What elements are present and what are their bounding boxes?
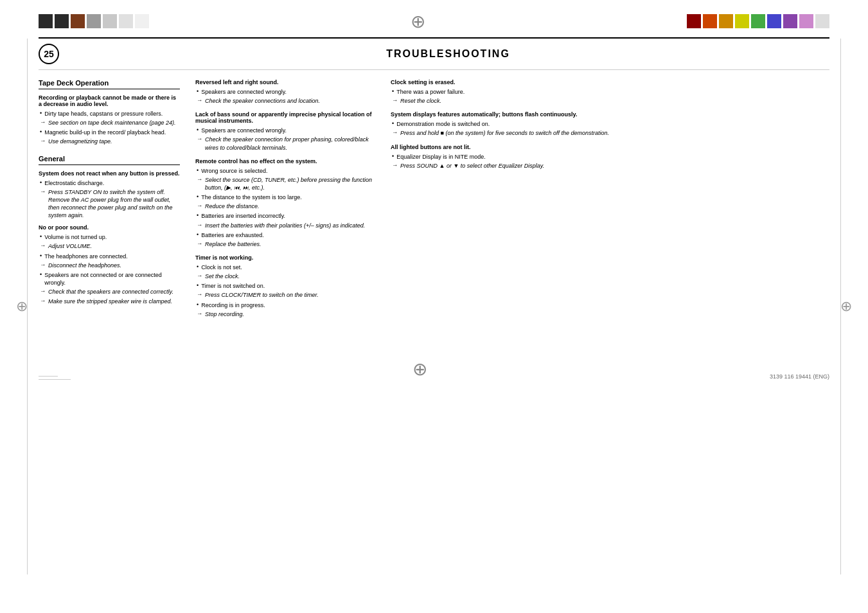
arrow-reset-clock: → Reset the clock.: [391, 97, 829, 105]
bullet-batteries-incorrect: • Batteries are inserted incorrectly.: [195, 212, 375, 220]
bullet-clock-not-set: • Clock is not set.: [195, 263, 375, 271]
bullet-electrostatic: • Electrostatic discharge.: [39, 179, 180, 187]
bullet-magnetic: • Magnetic build-up in the record/ playb…: [39, 129, 180, 136]
column-left: Tape Deck Operation Recording or playbac…: [39, 79, 180, 320]
bullet-volume: • Volume is not turned up.: [39, 233, 180, 241]
bullet-dirty-tape: • Dirty tape heads, capstans or pressure…: [39, 110, 180, 118]
strip-r5: [751, 14, 765, 28]
side-crosshair-right: ⊕: [840, 298, 852, 315]
bullet-recording: • Recording is in progress.: [195, 301, 375, 309]
strip-block-3: [71, 14, 85, 28]
bullet-headphones: • The headphones are connected.: [39, 253, 180, 260]
title-area: 25 TROUBLESHOOTING: [39, 37, 829, 70]
strip-r6: [767, 14, 781, 28]
arrow-demo-off: → Press and hold ■ (on the system) for f…: [391, 129, 829, 137]
arrow-clock-timer: → Press CLOCK/TIMER to switch on the tim…: [195, 291, 375, 299]
page-title: TROUBLESHOOTING: [67, 48, 829, 60]
top-bar: [0, 0, 868, 37]
bullet-nite-mode: • Equalizer Display is in NITE mode.: [391, 153, 829, 161]
arrow-standby: → Press STANDBY ON to switch the system …: [39, 188, 180, 220]
bullet-demo-on: • Demonstration mode is switched on.: [391, 120, 829, 128]
strip-r9: [815, 14, 829, 28]
bullet-speakers-wrongly: • Speakers are connected wrongly.: [195, 88, 375, 96]
strip-r1: [687, 14, 701, 28]
side-crosshair-left: ⊕: [16, 298, 28, 315]
arrow-check-phasing: → Check the speaker connection for prope…: [195, 136, 375, 151]
arrow-reduce-distance: → Reduce the distance.: [195, 202, 375, 210]
bottom-crosshair: ⊕: [412, 359, 427, 380]
bullet-batteries-exhausted: • Batteries are exhausted.: [195, 231, 375, 239]
main-content: 25 TROUBLESHOOTING Tape Deck Operation R…: [0, 37, 868, 333]
strip-block-7: [135, 14, 149, 28]
color-strip-right: [687, 14, 829, 28]
columns-container: Tape Deck Operation Recording or playbac…: [39, 79, 829, 320]
subhead-lack-bass: Lack of bass sound or apparently impreci…: [195, 111, 375, 124]
arrow-check-connection: → Check the speaker connections and loca…: [195, 97, 375, 105]
arrow-stop-recording: → Stop recording.: [195, 310, 375, 318]
arrow-tape-maintenance: → See section on tape deck maintenance (…: [39, 119, 180, 127]
section-general: General: [39, 155, 180, 165]
strip-block-1: [39, 14, 53, 28]
arrow-battery-polarity: → Insert the batteries with their polari…: [195, 222, 375, 229]
arrow-stripped-wire: → Make sure the stripped speaker wire is…: [39, 298, 180, 305]
bullet-speakers-wrong2: • Speakers are connected wrongly.: [195, 127, 375, 134]
page-number-badge: 25: [39, 44, 59, 64]
subhead-timer: Timer is not working.: [195, 254, 375, 261]
bullet-timer-not-on: • Timer is not switched on.: [195, 282, 375, 290]
subhead-recording: Recording or playback cannot be made or …: [39, 94, 180, 107]
arrow-disconnect-hp: → Disconnect the headphones.: [39, 262, 180, 269]
subhead-demo-mode: System displays features automatically; …: [391, 111, 829, 118]
bottom-area: ⊕ 3139 116 19441 (ENG): [0, 346, 868, 393]
column-middle: Reversed left and right sound. • Speaker…: [195, 79, 375, 320]
bullet-speakers-wrong: • Speakers are not connected or are conn…: [39, 271, 180, 287]
arrow-demagnetize: → Use demagnetizing tape.: [39, 138, 180, 145]
subhead-no-sound: No or poor sound.: [39, 224, 180, 231]
subhead-not-lit: All lighted buttons are not lit.: [391, 144, 829, 150]
arrow-set-clock: → Set the clock.: [195, 272, 375, 280]
arrow-volume: → Adjust VOLUME.: [39, 242, 180, 250]
subhead-reversed: Reversed left and right sound.: [195, 79, 375, 85]
top-crosshair: [409, 12, 428, 31]
arrow-select-source: → Select the source (CD, TUNER, etc.) be…: [195, 176, 375, 191]
arrow-check-speakers: → Check that the speakers are connected …: [39, 288, 180, 296]
strip-block-4: [87, 14, 101, 28]
bullet-distance: • The distance to the system is too larg…: [195, 193, 375, 201]
subhead-no-react: System does not react when any button is…: [39, 170, 180, 177]
subhead-clock-erased: Clock setting is erased.: [391, 79, 829, 85]
strip-r7: [783, 14, 797, 28]
arrow-press-sound: → Press SOUND ▲ or ▼ to select other Equ…: [391, 162, 829, 170]
bullet-power-failure: • There was a power failure.: [391, 88, 829, 96]
color-strip-left: [39, 14, 149, 28]
bullet-wrong-source: • Wrong source is selected.: [195, 167, 375, 175]
strip-r8: [799, 14, 813, 28]
strip-block-2: [55, 14, 69, 28]
strip-r3: [719, 14, 733, 28]
catalog-number: 3139 116 19441 (ENG): [770, 373, 829, 380]
arrow-replace-batteries: → Replace the batteries.: [195, 240, 375, 248]
subhead-remote: Remote control has no effect on the syst…: [195, 158, 375, 164]
column-right: Clock setting is erased. • There was a p…: [391, 79, 829, 320]
strip-r4: [735, 14, 749, 28]
strip-block-5: [103, 14, 117, 28]
strip-block-6: [119, 14, 133, 28]
section-tape-deck: Tape Deck Operation: [39, 79, 180, 89]
strip-r2: [703, 14, 717, 28]
page: ⊕ ⊕ 25 TROUBLESHOOTING: [0, 0, 868, 613]
